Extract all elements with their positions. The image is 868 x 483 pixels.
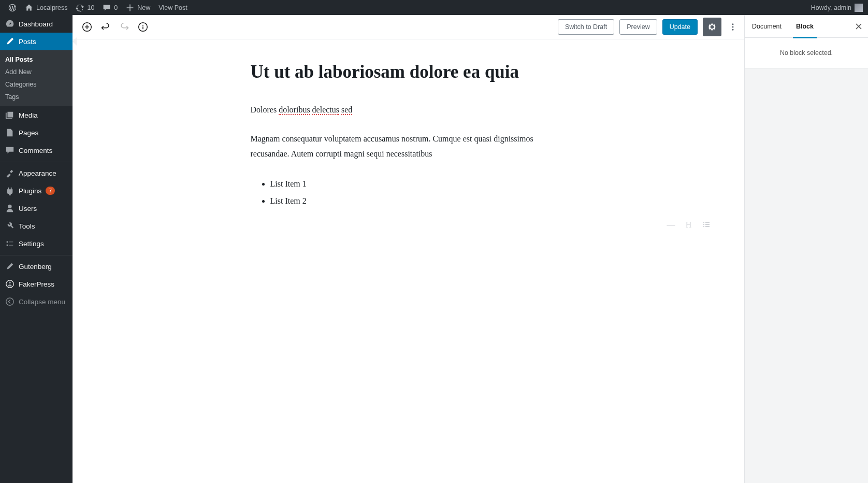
sidebar-item-pages[interactable]: Pages bbox=[0, 124, 73, 141]
sidebar-item-dashboard[interactable]: Dashboard bbox=[0, 15, 73, 33]
posts-label: Posts bbox=[19, 38, 36, 46]
redo-button[interactable] bbox=[115, 18, 134, 36]
post-list[interactable]: List Item 1 List Item 2 bbox=[251, 176, 567, 209]
sidebar-item-users[interactable]: Users bbox=[0, 200, 73, 217]
switch-draft-button[interactable]: Switch to Draft bbox=[558, 19, 614, 35]
media-icon bbox=[5, 110, 15, 120]
editor-main: Switch to Draft Preview Update Ut ut ab … bbox=[73, 15, 744, 483]
fakerpress-label: FakerPress bbox=[19, 280, 54, 288]
editor-content[interactable]: Ut ut ab laboriosam dolore ea quia Dolor… bbox=[73, 39, 744, 483]
list-hint[interactable] bbox=[701, 220, 712, 231]
separator-hint[interactable]: — bbox=[666, 220, 676, 231]
post-paragraph-1[interactable]: Dolores doloribus delectus sed bbox=[251, 103, 567, 118]
admin-bar-left: Localpress 10 0 New View Post bbox=[4, 0, 192, 15]
new-label: New bbox=[137, 4, 150, 11]
toolbar-right: Switch to Draft Preview Update bbox=[558, 18, 739, 36]
posts-icon bbox=[5, 37, 15, 46]
close-sidebar-button[interactable] bbox=[849, 17, 868, 36]
wp-logo[interactable] bbox=[4, 0, 21, 15]
site-name-link[interactable]: Localpress bbox=[21, 0, 71, 15]
update-icon bbox=[76, 4, 84, 12]
users-label: Users bbox=[19, 205, 37, 212]
sidebar-item-gutenberg[interactable]: Gutenberg bbox=[0, 258, 73, 275]
preview-button[interactable]: Preview bbox=[619, 19, 657, 35]
svg-point-2 bbox=[6, 298, 13, 305]
admin-sidebar: Dashboard Posts All Posts Add New Catego… bbox=[0, 15, 73, 483]
post-title[interactable]: Ut ut ab laboriosam dolore ea quia bbox=[251, 60, 567, 84]
submenu-add-new[interactable]: Add New bbox=[0, 66, 73, 78]
editor-toolbar: Switch to Draft Preview Update bbox=[73, 15, 744, 39]
pages-icon bbox=[5, 128, 15, 137]
post-paragraph-2[interactable]: Magnam consequatur voluptatem accusamus … bbox=[251, 132, 567, 162]
main-layout: Dashboard Posts All Posts Add New Catego… bbox=[0, 15, 868, 483]
gutenberg-label: Gutenberg bbox=[19, 263, 52, 271]
plugins-label: Plugins bbox=[19, 187, 41, 195]
home-icon bbox=[25, 4, 33, 12]
dashboard-icon bbox=[5, 19, 15, 29]
more-vertical-icon bbox=[728, 22, 737, 32]
plus-icon bbox=[126, 4, 134, 12]
info-icon bbox=[138, 22, 148, 32]
view-post-label: View Post bbox=[158, 4, 187, 11]
list-item[interactable]: List Item 1 bbox=[270, 176, 567, 192]
gutenberg-icon bbox=[5, 262, 15, 271]
tab-document[interactable]: Document bbox=[745, 15, 789, 38]
plus-circle-icon bbox=[82, 22, 92, 32]
comments-label: Comments bbox=[19, 147, 52, 154]
close-icon bbox=[855, 23, 862, 30]
view-post-link[interactable]: View Post bbox=[154, 0, 191, 15]
settings-label: Settings bbox=[19, 240, 44, 248]
comments-icon bbox=[5, 146, 15, 155]
redo-icon bbox=[119, 22, 129, 32]
sidebar-tabs: Document Block bbox=[745, 15, 868, 38]
info-button[interactable] bbox=[134, 18, 152, 36]
undo-button[interactable] bbox=[96, 18, 115, 36]
sidebar-item-settings[interactable]: Settings bbox=[0, 235, 73, 252]
add-block-button[interactable] bbox=[78, 18, 96, 36]
collapse-label: Collapse menu bbox=[19, 298, 65, 306]
heading-hint[interactable]: H bbox=[684, 220, 694, 231]
sidebar-item-tools[interactable]: Tools bbox=[0, 217, 73, 235]
comment-icon bbox=[103, 4, 111, 12]
svg-point-1 bbox=[9, 282, 11, 284]
collapse-icon bbox=[5, 297, 15, 306]
updates-link[interactable]: 10 bbox=[71, 0, 98, 15]
update-button[interactable]: Update bbox=[662, 19, 698, 35]
updates-count: 10 bbox=[87, 4, 94, 11]
editor-inner: Ut ut ab laboriosam dolore ea quia Dolor… bbox=[251, 39, 567, 258]
admin-bar-right[interactable]: Howdy, admin bbox=[811, 4, 864, 12]
comments-count: 0 bbox=[114, 4, 118, 11]
more-button[interactable] bbox=[727, 18, 739, 36]
submenu-all-posts[interactable]: All Posts bbox=[0, 53, 73, 66]
sidebar-item-appearance[interactable]: Appearance bbox=[0, 164, 73, 182]
svg-point-8 bbox=[732, 29, 734, 31]
appearance-label: Appearance bbox=[19, 169, 56, 177]
block-inserter-hint: — H bbox=[666, 220, 712, 231]
list-item[interactable]: List Item 2 bbox=[270, 193, 567, 209]
howdy-text: Howdy, admin bbox=[811, 4, 851, 11]
plugins-badge: 7 bbox=[46, 187, 55, 195]
sidebar-item-collapse[interactable]: Collapse menu bbox=[0, 293, 73, 310]
media-label: Media bbox=[19, 111, 38, 119]
undo-icon bbox=[100, 22, 111, 32]
submenu-tags[interactable]: Tags bbox=[0, 91, 73, 103]
comments-link[interactable]: 0 bbox=[98, 0, 122, 15]
users-icon bbox=[5, 204, 15, 213]
appearance-icon bbox=[5, 168, 15, 178]
sidebar-item-media[interactable]: Media bbox=[0, 106, 73, 124]
list-icon bbox=[702, 220, 711, 229]
editor-sidebar: Document Block No block selected. bbox=[744, 15, 868, 483]
submenu-categories[interactable]: Categories bbox=[0, 78, 73, 91]
sidebar-item-plugins[interactable]: Plugins 7 bbox=[0, 182, 73, 200]
tools-label: Tools bbox=[19, 222, 35, 230]
sidebar-item-comments[interactable]: Comments bbox=[0, 141, 73, 159]
sidebar-item-posts[interactable]: Posts bbox=[0, 33, 73, 50]
new-link[interactable]: New bbox=[122, 0, 154, 15]
tab-block[interactable]: Block bbox=[789, 15, 821, 38]
tools-icon bbox=[5, 221, 15, 231]
sidebar-item-fakerpress[interactable]: FakerPress bbox=[0, 275, 73, 293]
fakerpress-icon bbox=[5, 279, 15, 289]
toolbar-left bbox=[78, 18, 152, 36]
settings-button[interactable] bbox=[703, 18, 721, 36]
svg-point-6 bbox=[732, 23, 734, 25]
